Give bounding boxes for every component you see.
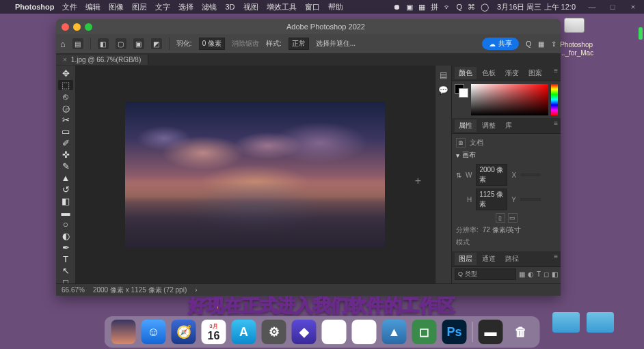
antialias-checkbox[interactable]: 消除锯齿 bbox=[232, 39, 259, 48]
landscape-icon[interactable]: ▭ bbox=[508, 213, 518, 223]
dock-recent[interactable]: ▬ bbox=[479, 320, 503, 344]
move-tool[interactable]: ✥ bbox=[58, 68, 73, 79]
blur-tool[interactable]: ○ bbox=[58, 219, 73, 229]
dock-app4[interactable]: ◻ bbox=[412, 320, 437, 344]
share-export-icon[interactable]: ⇪ bbox=[551, 40, 556, 48]
tab-libraries[interactable]: 库 bbox=[501, 120, 516, 132]
marquee-tool[interactable]: ⬚ bbox=[58, 80, 73, 90]
zoom-level[interactable]: 66.67% bbox=[62, 286, 85, 294]
menu-image[interactable]: 图像 bbox=[109, 2, 124, 12]
selection-tool[interactable]: ◶ bbox=[58, 103, 73, 113]
cloud-docs-icon[interactable]: ▤ bbox=[72, 38, 83, 49]
tab-swatches[interactable]: 色板 bbox=[478, 67, 500, 79]
workspace-icon[interactable]: ▦ bbox=[538, 40, 544, 48]
share-button[interactable]: ☁共享 bbox=[482, 38, 519, 50]
tab-gradients[interactable]: 渐变 bbox=[501, 67, 523, 79]
height-input[interactable]: 1125 像素 bbox=[476, 189, 507, 210]
filter-adjust-icon[interactable]: ◐ bbox=[528, 270, 534, 278]
dock-launchpad[interactable]: ▦ bbox=[352, 320, 377, 344]
spotlight-icon[interactable]: Q bbox=[457, 3, 463, 11]
y-input[interactable] bbox=[520, 198, 541, 201]
lasso-tool[interactable]: ⎋ bbox=[58, 92, 73, 102]
outer-close-button[interactable]: × bbox=[629, 3, 637, 11]
brush-tool[interactable]: ✎ bbox=[58, 161, 73, 171]
chevron-down-icon[interactable]: ▾ bbox=[456, 152, 459, 159]
dock-thumbnail[interactable] bbox=[111, 320, 136, 344]
crop-tool[interactable]: ✂ bbox=[58, 115, 73, 125]
panel-menu-icon[interactable]: ≡ bbox=[554, 120, 558, 132]
panel-menu-icon[interactable]: ≡ bbox=[554, 253, 558, 265]
menu-select[interactable]: 选择 bbox=[178, 2, 193, 12]
filter-shape-icon[interactable]: ◻ bbox=[544, 270, 549, 278]
eyedropper-tool[interactable]: ✐ bbox=[58, 138, 73, 148]
desktop-folder-2[interactable] bbox=[587, 312, 614, 333]
add-artboard-icon[interactable]: + bbox=[415, 175, 421, 187]
ps-titlebar[interactable]: Adobe Photoshop 2022 bbox=[56, 19, 561, 34]
dock-trash[interactable]: 🗑 bbox=[509, 320, 533, 344]
menu-layer[interactable]: 图层 bbox=[132, 2, 147, 12]
wifi-icon[interactable]: ᯤ bbox=[444, 3, 451, 11]
portrait-icon[interactable]: ▯ bbox=[496, 213, 505, 223]
dock-appstore[interactable]: A bbox=[232, 320, 256, 344]
eraser-tool[interactable]: ◧ bbox=[58, 196, 73, 206]
menu-window[interactable]: 窗口 bbox=[305, 2, 320, 12]
dock-photoshop[interactable]: Ps bbox=[442, 320, 467, 344]
outer-maximize-button[interactable]: □ bbox=[608, 3, 617, 11]
gradient-tool[interactable]: ▬ bbox=[58, 208, 73, 218]
feather-input[interactable]: 0 像素 bbox=[199, 38, 225, 50]
menubar-clock[interactable]: 3月16日 周三 上午 12:0 bbox=[497, 2, 576, 12]
layer-filter-select[interactable]: Q 类型 bbox=[455, 268, 516, 280]
width-input[interactable]: 2000 像素 bbox=[476, 164, 507, 186]
tab-layers[interactable]: 图层 bbox=[455, 253, 477, 265]
history-panel-icon[interactable]: ▤ bbox=[438, 70, 449, 81]
tab-properties[interactable]: 属性 bbox=[455, 120, 477, 132]
document-tab[interactable]: × 1.jpg @ 66.7%(RGB/8) bbox=[56, 55, 148, 65]
color-field[interactable] bbox=[471, 84, 548, 115]
filter-type-icon[interactable]: T bbox=[537, 270, 541, 278]
home-icon[interactable]: ⌂ bbox=[60, 39, 66, 49]
dock-app2[interactable]: ◇ bbox=[322, 320, 347, 344]
menu-file[interactable]: 文件 bbox=[62, 2, 77, 12]
canvas-area[interactable]: + bbox=[75, 66, 435, 283]
path-tool[interactable]: ↖ bbox=[58, 266, 73, 276]
menu-filter[interactable]: 滤镜 bbox=[202, 2, 217, 12]
search-icon[interactable]: Q bbox=[526, 40, 531, 48]
dock-app1[interactable]: ◆ bbox=[292, 320, 317, 344]
frame-tool[interactable]: ▭ bbox=[58, 126, 73, 137]
close-button[interactable] bbox=[62, 23, 69, 31]
menu-3d[interactable]: 3D bbox=[225, 3, 234, 11]
app-name[interactable]: Photoshop bbox=[15, 3, 54, 11]
dock-settings[interactable]: ⚙ bbox=[262, 320, 286, 344]
healing-tool[interactable]: ✜ bbox=[58, 150, 73, 160]
tab-patterns[interactable]: 图案 bbox=[524, 67, 546, 79]
dock-safari[interactable]: 🧭 bbox=[172, 320, 196, 344]
select-mask-button[interactable]: 选择并遮住... bbox=[316, 39, 355, 48]
canvas-image[interactable] bbox=[125, 102, 385, 248]
menu-help[interactable]: 帮助 bbox=[328, 2, 343, 12]
dock-calendar[interactable]: 3月16 bbox=[202, 320, 226, 344]
menu-plugins[interactable]: 增效工具 bbox=[267, 2, 297, 12]
style-select[interactable]: 正常 bbox=[289, 38, 309, 50]
tab-color[interactable]: 颜色 bbox=[455, 67, 477, 79]
doc-info[interactable]: 2000 像素 x 1125 像素 (72 ppi) bbox=[93, 285, 187, 295]
new-selection-icon[interactable]: ▢ bbox=[116, 38, 126, 49]
panel-color-swatches[interactable] bbox=[455, 84, 468, 98]
control-center-icon[interactable]: ⌘ bbox=[468, 3, 475, 12]
status-record-icon[interactable]: ⏺ bbox=[393, 3, 401, 11]
comments-panel-icon[interactable]: 💬 bbox=[438, 85, 449, 96]
x-input[interactable] bbox=[520, 173, 541, 176]
status-ime-icon[interactable]: 拼 bbox=[431, 2, 438, 12]
tab-close-icon[interactable]: × bbox=[63, 56, 67, 64]
minimize-button[interactable] bbox=[73, 23, 81, 31]
desktop-drive[interactable] bbox=[561, 18, 588, 36]
siri-icon[interactable]: ◯ bbox=[481, 3, 489, 12]
status-app-icon[interactable]: ▦ bbox=[418, 3, 425, 12]
panel-menu-icon[interactable]: ≡ bbox=[554, 67, 558, 79]
dock-app3[interactable]: ▲ bbox=[382, 320, 407, 344]
stamp-tool[interactable]: ▲ bbox=[58, 173, 73, 183]
menu-edit[interactable]: 编辑 bbox=[85, 2, 100, 12]
add-selection-icon[interactable]: ▣ bbox=[133, 38, 144, 49]
tab-adjustments[interactable]: 调整 bbox=[478, 120, 500, 132]
tool-preset-icon[interactable]: ◧ bbox=[98, 38, 109, 49]
link-wh-icon[interactable]: ⇅ bbox=[456, 171, 461, 179]
